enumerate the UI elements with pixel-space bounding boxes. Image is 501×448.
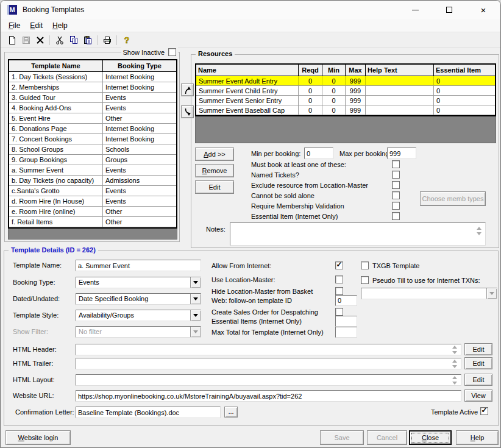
- exclude-resource-checkbox[interactable]: [392, 181, 400, 189]
- column-header[interactable]: Name: [196, 65, 299, 76]
- confirmation-letter-browse-button[interactable]: ...: [224, 407, 238, 418]
- choose-memb-types-button[interactable]: Choose memb types: [420, 191, 486, 206]
- column-header[interactable]: Essential Item: [434, 65, 495, 76]
- cannot-sold-alone-checkbox[interactable]: [392, 191, 400, 199]
- column-header[interactable]: Help Text: [366, 65, 434, 76]
- table-row[interactable]: 4. Booking Add-OnsEvents: [9, 103, 176, 113]
- table-row[interactable]: Summer Event Adult Entry009990: [196, 76, 495, 86]
- template-style-value: Availability/Groups: [79, 311, 134, 319]
- table-cell: d. Room Hire (In House): [9, 196, 103, 206]
- chevron-down-icon: [489, 292, 494, 295]
- dropdown-button[interactable]: [190, 310, 201, 321]
- html-trailer-input[interactable]: [76, 358, 461, 369]
- notes-label: Notes:: [206, 226, 226, 233]
- template-active-checkbox[interactable]: [480, 407, 488, 415]
- hide-location-master-checkbox[interactable]: [335, 287, 343, 295]
- table-cell: Events: [103, 196, 176, 206]
- table-row[interactable]: c.Santa's GrottoEvents: [9, 186, 176, 196]
- html-header-input[interactable]: [76, 344, 461, 355]
- delete-button[interactable]: [33, 34, 47, 47]
- column-header[interactable]: Max: [346, 65, 366, 76]
- notes-input[interactable]: [230, 222, 486, 246]
- toolbar-help-button[interactable]: ?: [119, 34, 133, 47]
- use-location-master-checkbox[interactable]: [335, 276, 343, 283]
- minimize-button[interactable]: [398, 1, 432, 19]
- window-title: Booking Templates: [23, 5, 84, 14]
- max-total-input[interactable]: [335, 327, 357, 338]
- template-name-input[interactable]: [76, 260, 201, 271]
- named-tickets-checkbox[interactable]: [392, 171, 400, 179]
- website-url-input[interactable]: [76, 390, 461, 402]
- column-header[interactable]: Booking Type: [103, 60, 176, 71]
- save-button-footer[interactable]: Save: [320, 430, 364, 445]
- table-row[interactable]: d. Room Hire (In House)Events: [9, 196, 176, 207]
- new-button[interactable]: [5, 34, 19, 47]
- add-resource-button[interactable]: Add >>: [195, 148, 234, 161]
- column-header[interactable]: Min: [322, 65, 346, 76]
- website-login-button[interactable]: Website login: [5, 430, 71, 445]
- table-row[interactable]: 9. Group BookingsGroups: [9, 155, 176, 165]
- table-row[interactable]: Summer Event Senior Entry009990: [196, 96, 495, 105]
- html-layout-scrollbar[interactable]: [451, 376, 458, 385]
- template-style-dropdown[interactable]: Availability/Groups: [76, 310, 201, 321]
- scroll-up-icon: [452, 346, 457, 349]
- table-row[interactable]: 1. Day Tickets (Sessions)Internet Bookin…: [9, 72, 176, 82]
- column-header[interactable]: Reqd: [299, 65, 322, 76]
- cancel-button[interactable]: Cancel: [367, 430, 407, 445]
- website-url-view-button[interactable]: View: [464, 389, 492, 402]
- web-follow-on-input[interactable]: [335, 295, 357, 306]
- table-row[interactable]: 7. Concert BookingsInternet Booking: [9, 134, 176, 144]
- menu-edit[interactable]: Edit: [25, 20, 48, 32]
- paste-button[interactable]: [80, 34, 94, 47]
- html-layout-input[interactable]: [76, 374, 461, 386]
- save-button[interactable]: [19, 34, 33, 47]
- html-trailer-scrollbar[interactable]: [451, 360, 458, 368]
- dropdown-button[interactable]: [190, 294, 201, 304]
- show-inactive-checkbox[interactable]: [168, 48, 176, 56]
- help-button[interactable]: Help: [456, 430, 499, 445]
- maximize-button[interactable]: [432, 1, 466, 19]
- require-membership-label: Require Membership Validation: [251, 202, 344, 210]
- table-row[interactable]: 8. School GroupsSchools: [9, 144, 176, 155]
- table-row[interactable]: Summer Event Child Entry009990: [196, 86, 495, 96]
- html-trailer-edit-button[interactable]: Edit: [464, 357, 492, 369]
- table-row[interactable]: e. Room Hire (online)Other: [9, 207, 176, 217]
- allow-from-internet-checkbox[interactable]: [335, 261, 343, 269]
- remove-resource-button[interactable]: Remove: [195, 164, 234, 177]
- max-per-booking-input[interactable]: [387, 148, 416, 159]
- table-row[interactable]: 6. Donations PageInternet Booking: [9, 124, 176, 134]
- essential-items-input[interactable]: [335, 316, 357, 327]
- menu-help[interactable]: Help: [48, 20, 73, 32]
- table-row[interactable]: f. Retail ItemsOther: [9, 217, 176, 227]
- dropdown-button[interactable]: [190, 277, 201, 288]
- table-row[interactable]: a. Summer EventEvents: [9, 165, 176, 176]
- must-book-label: Must book at least one of these:: [251, 161, 346, 168]
- edit-resource-button[interactable]: Edit: [195, 180, 234, 194]
- table-row[interactable]: Summer Event Baseball Cap009990: [196, 105, 495, 115]
- close-window-button[interactable]: ×: [466, 1, 500, 19]
- print-button[interactable]: [100, 34, 114, 47]
- create-sales-order-checkbox[interactable]: [335, 308, 343, 316]
- html-header-scrollbar[interactable]: [451, 346, 458, 354]
- booking-type-dropdown[interactable]: Events: [76, 277, 201, 288]
- html-layout-edit-button[interactable]: Edit: [464, 374, 492, 386]
- cut-button[interactable]: [52, 34, 66, 47]
- essential-item-checkbox[interactable]: [392, 212, 400, 220]
- confirmation-letter-input[interactable]: [76, 407, 221, 418]
- must-book-checkbox[interactable]: [392, 160, 400, 168]
- txgb-template-checkbox[interactable]: [361, 261, 369, 269]
- table-row[interactable]: b. Day Tickets (no capacity)Admissions: [9, 176, 176, 186]
- html-header-edit-button[interactable]: Edit: [464, 343, 492, 355]
- menu-file[interactable]: File: [4, 20, 25, 32]
- pseudo-till-checkbox[interactable]: [361, 276, 369, 284]
- copy-button[interactable]: [66, 34, 80, 47]
- close-button[interactable]: Close: [409, 430, 452, 445]
- table-row[interactable]: 5. Event HireOther: [9, 113, 176, 124]
- dated-undated-dropdown[interactable]: Date Specified Booking: [76, 293, 201, 305]
- table-row[interactable]: 2. MembershipsInternet Booking: [9, 82, 176, 93]
- column-header[interactable]: Template Name: [9, 60, 103, 71]
- notes-scrollbar[interactable]: [475, 227, 483, 235]
- require-membership-checkbox[interactable]: [392, 202, 400, 210]
- table-row[interactable]: 3. Guided TourEvents: [9, 93, 176, 103]
- min-per-booking-input[interactable]: [304, 148, 333, 159]
